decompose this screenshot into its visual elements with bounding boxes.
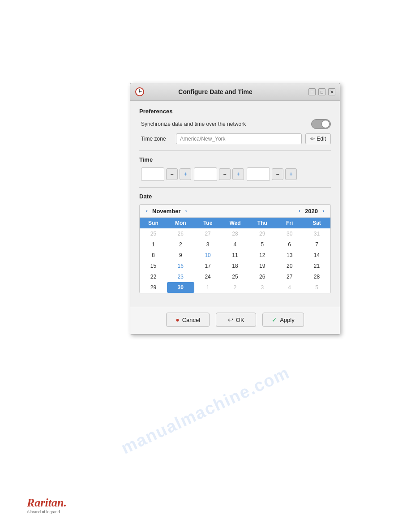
- calendar-day[interactable]: 3: [248, 282, 276, 293]
- sync-toggle[interactable]: [311, 119, 331, 129]
- ok-button[interactable]: ↩ OK: [216, 313, 256, 327]
- header-mon: Mon: [167, 218, 194, 228]
- watermark: manualmachine.com: [118, 363, 293, 458]
- calendar-day[interactable]: 30: [276, 228, 303, 239]
- seconds-increment[interactable]: +: [285, 168, 297, 180]
- apply-icon: ✓: [272, 316, 277, 323]
- hours-increment[interactable]: +: [180, 168, 191, 180]
- seconds-input[interactable]: 28: [247, 167, 270, 181]
- calendar-day[interactable]: 24: [194, 271, 222, 282]
- calendar-day[interactable]: 18: [222, 261, 249, 271]
- calendar-day[interactable]: 5: [303, 282, 330, 293]
- month-label: November: [152, 208, 181, 215]
- calendar-grid: Sun Mon Tue Wed Thu Fri Sat 25262728: [140, 218, 330, 293]
- calendar-day[interactable]: 4: [276, 282, 303, 293]
- calendar-day[interactable]: 1: [140, 239, 167, 250]
- logo-area: Raritan. A brand of legrand: [27, 496, 67, 514]
- calendar-day[interactable]: 12: [248, 250, 276, 261]
- calendar-day[interactable]: 31: [303, 228, 330, 239]
- calendar-week-1: 1234567: [140, 239, 330, 250]
- prev-month-button[interactable]: ‹: [144, 207, 150, 215]
- minimize-button[interactable]: −: [308, 88, 316, 95]
- maximize-button[interactable]: □: [318, 88, 325, 95]
- apply-button[interactable]: ✓ Apply: [262, 313, 304, 327]
- calendar-day[interactable]: 26: [167, 228, 194, 239]
- date-title: Date: [139, 193, 331, 200]
- cancel-label: Cancel: [182, 317, 200, 323]
- calendar-day[interactable]: 8: [140, 250, 167, 261]
- calendar-day[interactable]: 1: [194, 282, 222, 293]
- minutes-increment[interactable]: +: [232, 168, 244, 180]
- window-controls: − □ ✕: [308, 88, 335, 95]
- calendar-day[interactable]: 19: [248, 261, 276, 271]
- calendar-day[interactable]: 29: [140, 282, 167, 293]
- calendar-day[interactable]: 4: [222, 239, 249, 250]
- header-fri: Fri: [276, 218, 303, 228]
- hours-input[interactable]: 13: [141, 167, 164, 181]
- timezone-row: Time zone ✏ Edit: [139, 133, 331, 144]
- calendar-day[interactable]: 5: [248, 239, 276, 250]
- calendar-day[interactable]: 15: [140, 261, 167, 271]
- calendar-day[interactable]: 3: [194, 239, 222, 250]
- header-thu: Thu: [248, 218, 276, 228]
- edit-button[interactable]: ✏ Edit: [305, 133, 331, 144]
- sync-row: Synchronize date and time over the netwo…: [139, 119, 331, 129]
- next-month-button[interactable]: ›: [184, 207, 189, 215]
- clock-icon: [135, 87, 145, 97]
- close-button[interactable]: ✕: [328, 88, 335, 95]
- logo-subtitle: A brand of legrand: [27, 510, 67, 514]
- calendar-week-0: 25262728293031: [140, 228, 330, 239]
- dialog-content: Preferences Synchronize date and time ov…: [130, 101, 340, 307]
- time-title: Time: [139, 156, 331, 163]
- prev-year-button[interactable]: ‹: [297, 207, 302, 215]
- cancel-button[interactable]: ● Cancel: [166, 313, 210, 327]
- calendar-day[interactable]: 17: [194, 261, 222, 271]
- calendar-week-2: 891011121314: [140, 250, 330, 261]
- next-year-button[interactable]: ›: [321, 207, 326, 215]
- edit-icon: ✏: [310, 136, 315, 142]
- calendar-day[interactable]: 29: [248, 228, 276, 239]
- sync-label: Synchronize date and time over the netwo…: [141, 121, 246, 127]
- calendar-day[interactable]: 2: [222, 282, 249, 293]
- header-sun: Sun: [140, 218, 167, 228]
- calendar-day[interactable]: 2: [167, 239, 194, 250]
- divider-1: [139, 150, 331, 151]
- calendar-day[interactable]: 10: [194, 250, 222, 261]
- calendar-day[interactable]: 25: [222, 271, 249, 282]
- calendar-day[interactable]: 16: [167, 261, 194, 271]
- calendar-day[interactable]: 28: [222, 228, 249, 239]
- calendar-day[interactable]: 30: [167, 282, 194, 293]
- calendar-day[interactable]: 22: [140, 271, 167, 282]
- calendar-day[interactable]: 21: [303, 261, 330, 271]
- seconds-decrement[interactable]: −: [272, 168, 283, 180]
- minutes-decrement[interactable]: −: [219, 168, 231, 180]
- calendar-nav: ‹ November › ‹ 2020 ›: [140, 205, 330, 218]
- minutes-input[interactable]: 44: [194, 167, 217, 181]
- hours-decrement[interactable]: −: [166, 168, 178, 180]
- calendar-day[interactable]: 20: [276, 261, 303, 271]
- calendar-day[interactable]: 7: [303, 239, 330, 250]
- calendar-week-3: 15161718192021: [140, 261, 330, 271]
- calendar-day[interactable]: 6: [276, 239, 303, 250]
- preferences-section: Preferences Synchronize date and time ov…: [139, 108, 331, 144]
- calendar-day[interactable]: 27: [194, 228, 222, 239]
- calendar-day[interactable]: 11: [222, 250, 249, 261]
- ok-icon: ↩: [228, 316, 233, 323]
- timezone-input[interactable]: [176, 133, 302, 144]
- calendar-day[interactable]: 25: [140, 228, 167, 239]
- year-label: 2020: [305, 208, 318, 215]
- calendar-day[interactable]: 23: [167, 271, 194, 282]
- seconds-field: 28 − +: [247, 167, 297, 181]
- calendar-day[interactable]: 28: [303, 271, 330, 282]
- configure-dialog: Configure Date and Time − □ ✕ Preference…: [130, 83, 340, 335]
- month-nav: ‹ November ›: [144, 207, 189, 215]
- header-wed: Wed: [222, 218, 249, 228]
- ok-label: OK: [236, 317, 244, 323]
- calendar-day[interactable]: 14: [303, 250, 330, 261]
- calendar-day[interactable]: 26: [248, 271, 276, 282]
- calendar-day[interactable]: 27: [276, 271, 303, 282]
- cancel-icon: ●: [176, 316, 179, 323]
- hours-field: 13 − +: [141, 167, 191, 181]
- calendar-day[interactable]: 9: [167, 250, 194, 261]
- calendar-day[interactable]: 13: [276, 250, 303, 261]
